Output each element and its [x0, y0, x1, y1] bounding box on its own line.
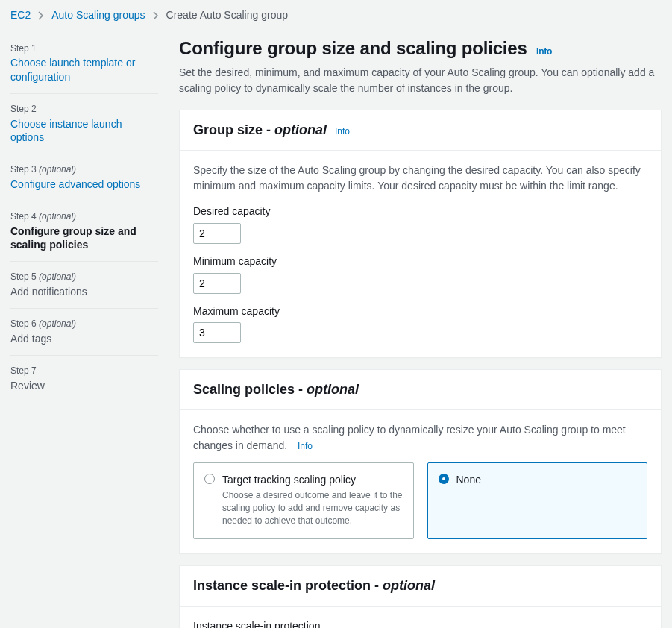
step-choose-launch-template[interactable]: Choose launch template or configuration: [10, 56, 158, 83]
main-content: Configure group size and scaling policie…: [158, 34, 672, 628]
radio-icon: [439, 474, 449, 484]
step-meta: Step 5 (optional): [10, 271, 158, 283]
panel-group-size: Group size - optional Info Specify the s…: [179, 110, 662, 357]
maximum-capacity-input[interactable]: [193, 322, 241, 343]
panel-header: Instance scale-in protection - optional: [180, 566, 661, 606]
protection-field-label: Instance scale-in protection: [193, 619, 647, 628]
step-configure-advanced-options[interactable]: Configure advanced options: [10, 178, 158, 191]
page-title: Configure group size and scaling policie…: [179, 36, 662, 61]
page-subtitle: Set the desired, minimum, and maximum ca…: [179, 65, 662, 96]
step-choose-instance-launch-options[interactable]: Choose instance launch options: [10, 117, 158, 144]
panel-header: Scaling policies - optional: [180, 370, 661, 410]
maximum-capacity-label: Maximum capacity: [193, 304, 647, 319]
group-size-help: Specify the size of the Auto Scaling gro…: [193, 163, 647, 194]
step-review: Review: [10, 379, 158, 392]
wizard-step-6: Step 6 (optional) Add tags: [10, 309, 158, 356]
field-desired-capacity: Desired capacity: [193, 204, 647, 244]
desired-capacity-input[interactable]: [193, 223, 241, 244]
section-title: Group size - optional: [193, 122, 330, 137]
radio-icon: [204, 474, 215, 484]
step-add-notifications: Add notifications: [10, 285, 158, 298]
wizard-step-5: Step 5 (optional) Add notifications: [10, 262, 158, 309]
radio-content: Target tracking scaling policy Choose a …: [222, 473, 403, 527]
scaling-policy-options: Target tracking scaling policy Choose a …: [193, 462, 647, 539]
minimum-capacity-input[interactable]: [193, 273, 241, 294]
step-meta: Step 6 (optional): [10, 318, 158, 330]
panel-body: Choose whether to use a scaling policy t…: [180, 410, 661, 553]
wizard-step-1: Step 1 Choose launch template or configu…: [10, 34, 158, 94]
wizard-step-4: Step 4 (optional) Configure group size a…: [10, 201, 158, 262]
wizard-step-7: Step 7 Review: [10, 356, 158, 402]
section-title: Instance scale-in protection - optional: [193, 578, 435, 593]
panel-scaling-policies: Scaling policies - optional Choose wheth…: [179, 369, 662, 553]
section-title: Scaling policies - optional: [193, 382, 359, 397]
panel-body: Specify the size of the Auto Scaling gro…: [180, 151, 661, 357]
step-meta: Step 1: [10, 43, 158, 55]
field-maximum-capacity: Maximum capacity: [193, 304, 647, 344]
panel-header: Group size - optional Info: [180, 110, 661, 151]
info-link[interactable]: Info: [335, 126, 350, 136]
scaling-help: Choose whether to use a scaling policy t…: [193, 422, 647, 453]
desired-capacity-label: Desired capacity: [193, 204, 647, 219]
radio-title: None: [456, 473, 481, 488]
wizard-step-3: Step 3 (optional) Configure advanced opt…: [10, 154, 158, 201]
step-meta: Step 7: [10, 365, 158, 377]
panel-body: Instance scale-in protection If protect …: [180, 607, 661, 628]
step-meta: Step 3 (optional): [10, 163, 158, 176]
radio-content: None: [456, 473, 481, 488]
app-shell: EC2 Auto Scaling groups Create Auto Scal…: [0, 0, 672, 628]
breadcrumb-current: Create Auto Scaling group: [166, 8, 288, 23]
breadcrumb-ec2[interactable]: EC2: [10, 8, 31, 23]
radio-description: Choose a desired outcome and leave it to…: [222, 489, 403, 527]
info-link[interactable]: Info: [298, 441, 313, 451]
page-layout: Step 1 Choose launch template or configu…: [0, 34, 672, 628]
minimum-capacity-label: Minimum capacity: [193, 254, 647, 269]
step-meta: Step 4 (optional): [10, 210, 158, 223]
scaling-none-card[interactable]: None: [427, 462, 648, 539]
step-configure-group-size: Configure group size and scaling policie…: [10, 224, 158, 251]
breadcrumb: EC2 Auto Scaling groups Create Auto Scal…: [0, 0, 672, 34]
step-meta: Step 2: [10, 103, 158, 116]
wizard-step-2: Step 2 Choose instance launch options: [10, 94, 158, 154]
wizard-sidebar: Step 1 Choose launch template or configu…: [0, 34, 158, 402]
chevron-right-icon: [153, 11, 159, 20]
info-link[interactable]: Info: [536, 46, 552, 57]
field-minimum-capacity: Minimum capacity: [193, 254, 647, 294]
scaling-target-tracking-card[interactable]: Target tracking scaling policy Choose a …: [193, 462, 414, 539]
breadcrumb-asg[interactable]: Auto Scaling groups: [51, 8, 145, 23]
radio-title: Target tracking scaling policy: [222, 473, 403, 488]
step-add-tags: Add tags: [10, 332, 158, 345]
chevron-right-icon: [38, 11, 44, 20]
panel-scale-in-protection: Instance scale-in protection - optional …: [179, 565, 662, 628]
